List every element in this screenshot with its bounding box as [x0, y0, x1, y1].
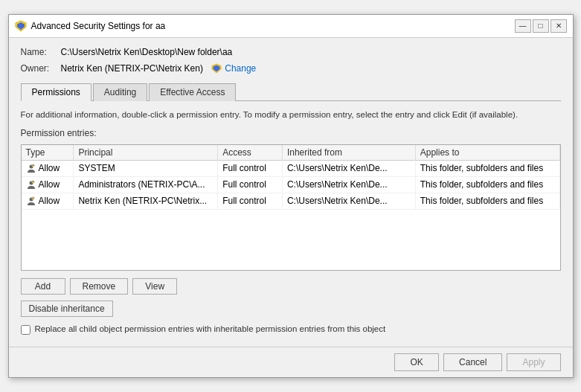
name-row: Name: C:\Users\Netrix Ken\Desktop\New fo…	[21, 47, 561, 57]
add-button[interactable]: Add	[21, 278, 65, 295]
owner-label: Owner:	[21, 63, 58, 74]
cell-type: Allow	[22, 161, 74, 177]
ok-button[interactable]: OK	[394, 353, 439, 371]
owner-value: Netrix Ken (NETRIX-PC\Netrix Ken)	[61, 63, 203, 74]
permission-table-wrapper: Type Principal Access Inherited from App…	[21, 144, 561, 271]
cell-inherited-from: C:\Users\Netrix Ken\De...	[282, 161, 415, 177]
replace-permissions-checkbox[interactable]	[21, 325, 31, 335]
content-area: Name: C:\Users\Netrix Ken\Desktop\New fo…	[9, 38, 573, 344]
main-window: Advanced Security Settings for aa — □ ✕ …	[8, 14, 574, 378]
cell-principal: SYSTEM	[74, 161, 218, 177]
tab-auditing[interactable]: Auditing	[93, 83, 147, 101]
table-row[interactable]: AllowAdministrators (NETRIX-PC\A...Full …	[22, 176, 560, 193]
window-icon	[15, 20, 27, 32]
permission-table: Type Principal Access Inherited from App…	[22, 145, 560, 209]
cell-applies-to: This folder, subfolders and files	[415, 176, 559, 193]
col-principal: Principal	[74, 145, 218, 161]
cell-type: Allow	[22, 193, 74, 209]
inherit-section: Disable inheritance	[21, 301, 561, 317]
action-buttons: Add Remove View	[21, 278, 561, 295]
remove-button[interactable]: Remove	[70, 278, 129, 295]
table-header-row: Type Principal Access Inherited from App…	[22, 145, 560, 161]
tab-effective-access[interactable]: Effective Access	[149, 83, 236, 101]
minimize-button[interactable]: —	[515, 19, 531, 33]
tab-bar: Permissions Auditing Effective Access	[21, 83, 561, 101]
view-button[interactable]: View	[132, 278, 177, 295]
title-bar: Advanced Security Settings for aa — □ ✕	[9, 15, 573, 38]
cell-applies-to: This folder, subfolders and files	[415, 193, 559, 209]
close-button[interactable]: ✕	[550, 19, 567, 33]
cell-principal: Administrators (NETRIX-PC\A...	[74, 176, 218, 193]
footer: OK Cancel Apply	[9, 347, 573, 377]
cell-access: Full control	[218, 161, 283, 177]
maximize-button[interactable]: □	[533, 19, 549, 33]
cell-principal: Netrix Ken (NETRIX-PC\Netrix...	[74, 193, 218, 209]
replace-permissions-label: Replace all child object permission entr…	[35, 324, 386, 333]
window-controls: — □ ✕	[515, 19, 567, 33]
disable-inheritance-button[interactable]: Disable inheritance	[21, 301, 113, 317]
change-shield-icon	[211, 63, 222, 74]
table-row[interactable]: AllowSYSTEMFull controlC:\Users\Netrix K…	[22, 161, 560, 177]
window-title: Advanced Security Settings for aa	[31, 21, 510, 31]
table-row[interactable]: AllowNetrix Ken (NETRIX-PC\Netrix...Full…	[22, 193, 560, 209]
cell-applies-to: This folder, subfolders and files	[415, 161, 559, 177]
name-value: C:\Users\Netrix Ken\Desktop\New folder\a…	[61, 47, 233, 57]
user-icon	[26, 196, 36, 207]
cell-inherited-from: C:\Users\Netrix Ken\De...	[282, 176, 415, 193]
user-icon	[26, 164, 36, 174]
description-text: For additional information, double-click…	[21, 109, 561, 121]
change-link[interactable]: Change	[225, 63, 256, 74]
cell-inherited-from: C:\Users\Netrix Ken\De...	[282, 193, 415, 209]
checkbox-row: Replace all child object permission entr…	[21, 324, 561, 335]
cell-access: Full control	[218, 176, 283, 193]
owner-row: Owner: Netrix Ken (NETRIX-PC\Netrix Ken)…	[21, 63, 561, 74]
col-applies-to: Applies to	[415, 145, 559, 161]
apply-button[interactable]: Apply	[507, 353, 560, 371]
section-label: Permission entries:	[21, 128, 561, 138]
col-access: Access	[218, 145, 283, 161]
name-label: Name:	[21, 47, 58, 57]
cancel-button[interactable]: Cancel	[443, 353, 502, 371]
col-inherited-from: Inherited from	[282, 145, 415, 161]
cell-access: Full control	[218, 193, 283, 209]
cell-type: Allow	[22, 176, 74, 193]
user-icon	[26, 180, 36, 190]
tab-permissions[interactable]: Permissions	[21, 83, 92, 101]
change-label: Change	[225, 63, 256, 74]
col-type: Type	[22, 145, 74, 161]
